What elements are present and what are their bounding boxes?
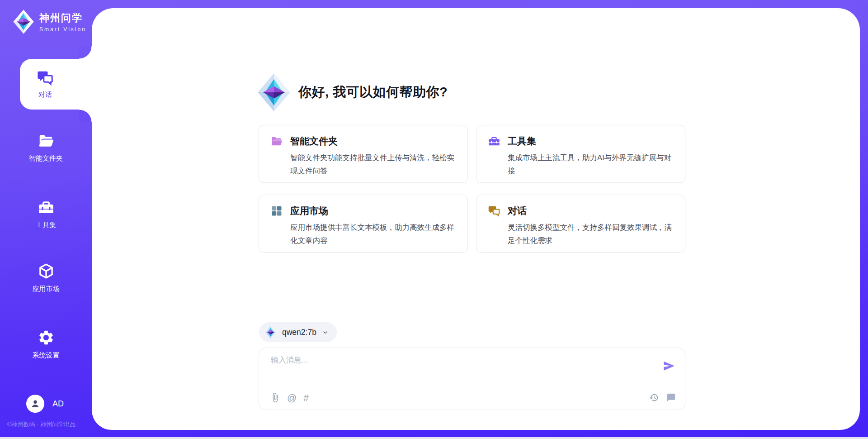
chevron-down-icon: [322, 329, 329, 336]
send-icon[interactable]: [663, 360, 675, 372]
assistant-logo-icon: [257, 72, 291, 112]
message-input[interactable]: [271, 355, 651, 381]
sidebar-item-label: 系统设置: [33, 351, 60, 360]
sidebar-item-label: 应用市场: [33, 285, 60, 293]
brand-logo-icon: [13, 9, 34, 34]
user-initials: AD: [52, 399, 64, 409]
greeting: 你好, 我可以如何帮助你?: [257, 72, 448, 112]
toolbox-icon: [38, 199, 55, 216]
model-selector[interactable]: qwen2:7b: [259, 322, 337, 342]
brand: 神州问学 Smart Vision: [13, 9, 86, 34]
card-title: 应用市场: [290, 205, 328, 217]
gear-icon: [38, 329, 55, 346]
mention-icon[interactable]: @: [287, 393, 297, 402]
chat-bubbles-icon: [37, 69, 54, 86]
sidebar-item-app-market[interactable]: 应用市场: [0, 262, 92, 293]
card-toolset[interactable]: 工具集 集成市场上主流工具，助力AI与外界无缝扩展与对接: [476, 125, 685, 183]
horizontal-scrollbar[interactable]: [0, 437, 868, 439]
sidebar-item-smart-folder[interactable]: 智能文件夹: [0, 132, 92, 163]
history-icon[interactable]: [649, 393, 659, 402]
greeting-text: 你好, 我可以如何帮助你?: [298, 83, 448, 101]
sidebar-item-chat[interactable]: 对话: [20, 59, 99, 110]
sidebar-item-toolset[interactable]: 工具集: [0, 199, 92, 229]
grid-icon: [270, 205, 283, 217]
chat-bubble-icon[interactable]: [666, 393, 676, 402]
sidebar-item-label: 智能文件夹: [29, 154, 63, 163]
feature-cards: 智能文件夹 智能文件夹功能支持批量文件上传与清洗，轻松实现文件问答 工具集 集成…: [259, 125, 685, 253]
card-app-market[interactable]: 应用市场 应用市场提供丰富长文本模板，助力高效生成多样化文章内容: [259, 195, 468, 253]
card-title: 工具集: [508, 135, 536, 148]
app-root: 神州问学 Smart Vision 对话 智能文件夹 工具集 应用市场 系统设置…: [0, 0, 868, 439]
person-icon: [30, 398, 41, 409]
card-chat[interactable]: 对话 灵活切换多模型文件，支持多样回复效果调试，满足个性化需求: [476, 195, 685, 253]
sidebar-item-label: 工具集: [36, 221, 56, 229]
copyright-text: ©神州数码 · 神州问学出品: [7, 420, 98, 429]
user-menu[interactable]: AD: [26, 395, 64, 413]
card-smart-folder[interactable]: 智能文件夹 智能文件夹功能支持批量文件上传与清洗，轻松实现文件问答: [259, 125, 468, 183]
model-logo-icon: [265, 325, 277, 339]
sidebar-item-settings[interactable]: 系统设置: [0, 329, 92, 360]
card-title: 对话: [508, 205, 527, 217]
brand-subtitle: Smart Vision: [39, 26, 86, 33]
card-description: 集成市场上主流工具，助力AI与外界无缝扩展与对接: [508, 151, 674, 177]
tab-connector-bottom: [79, 110, 92, 122]
folder-icon: [270, 135, 283, 148]
hashtag-icon[interactable]: #: [303, 393, 309, 402]
brand-title: 神州问学: [39, 11, 86, 25]
card-description: 应用市场提供丰富长文本模板，助力高效生成多样化文章内容: [290, 221, 457, 247]
card-description: 智能文件夹功能支持批量文件上传与清洗，轻松实现文件问答: [290, 151, 457, 177]
chat-bubbles-icon: [488, 205, 500, 217]
attachment-icon[interactable]: [270, 392, 280, 403]
card-description: 灵活切换多模型文件，支持多样回复效果调试，满足个性化需求: [508, 221, 674, 247]
card-title: 智能文件夹: [290, 135, 338, 148]
message-composer: @ #: [259, 348, 685, 410]
toolbox-icon: [488, 135, 500, 148]
folder-icon: [38, 132, 55, 149]
model-name: qwen2:7b: [282, 328, 316, 337]
avatar: [26, 395, 44, 413]
sidebar-item-label: 对话: [38, 91, 52, 99]
cube-icon: [38, 262, 55, 280]
tab-connector-top: [79, 46, 92, 59]
